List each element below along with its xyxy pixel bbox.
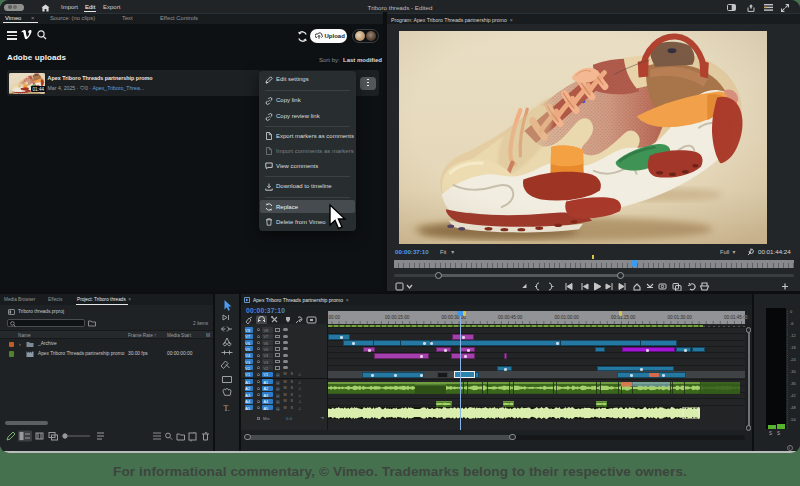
svg-text:-12: -12 (790, 333, 797, 338)
svg-text:-48: -48 (790, 405, 797, 410)
svg-text:-18: -18 (790, 345, 797, 350)
svg-text:-24: -24 (790, 357, 797, 362)
svg-text:i: i (789, 446, 790, 450)
svg-text:-30: -30 (790, 369, 797, 374)
svg-text:-54: -54 (790, 417, 797, 422)
svg-text:-6: -6 (790, 321, 794, 326)
svg-text:-42: -42 (790, 393, 797, 398)
svg-text:-36: -36 (790, 381, 797, 386)
svg-text:T.: T. (224, 404, 230, 413)
svg-text:0: 0 (790, 309, 793, 314)
